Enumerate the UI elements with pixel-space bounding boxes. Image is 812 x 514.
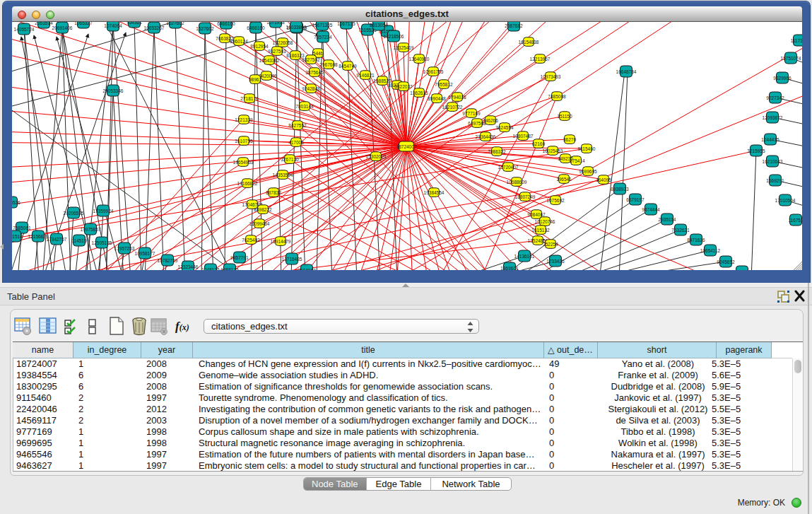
svg-text:16648784: 16648784 bbox=[616, 69, 637, 74]
svg-text:1221339: 1221339 bbox=[235, 117, 253, 122]
svg-text:9245652: 9245652 bbox=[733, 269, 751, 271]
svg-text:8454749: 8454749 bbox=[339, 64, 357, 69]
svg-text:9146821: 9146821 bbox=[356, 73, 375, 78]
svg-text:1244415: 1244415 bbox=[761, 137, 779, 142]
svg-text:15751074: 15751074 bbox=[781, 56, 801, 61]
svg-text:6379197: 6379197 bbox=[626, 197, 645, 202]
svg-text:1988175: 1988175 bbox=[220, 267, 239, 271]
svg-text:1733426: 1733426 bbox=[546, 259, 565, 264]
svg-text:16120746: 16120746 bbox=[535, 219, 555, 224]
svg-text:16914479: 16914479 bbox=[271, 239, 291, 244]
svg-text:19166822: 19166822 bbox=[237, 181, 258, 186]
svg-text:9329966: 9329966 bbox=[773, 76, 792, 81]
svg-text:13716485: 13716485 bbox=[282, 257, 302, 262]
svg-text:17342757: 17342757 bbox=[47, 237, 67, 242]
svg-text:1117304: 1117304 bbox=[791, 38, 802, 43]
svg-text:8427552: 8427552 bbox=[288, 123, 307, 128]
svg-text:3267130: 3267130 bbox=[281, 157, 299, 162]
svg-text:149230: 149230 bbox=[558, 156, 573, 161]
svg-text:1074064: 1074064 bbox=[104, 23, 122, 28]
svg-text:1071918: 1071918 bbox=[266, 22, 285, 25]
svg-text:9327503: 9327503 bbox=[268, 49, 286, 54]
svg-text:3875645: 3875645 bbox=[305, 70, 324, 75]
svg-text:10958177: 10958177 bbox=[135, 251, 155, 256]
svg-text:17010504: 17010504 bbox=[775, 198, 796, 203]
svg-text:15302023: 15302023 bbox=[366, 154, 387, 159]
svg-text:1065327: 1065327 bbox=[74, 22, 93, 25]
svg-text:2104962: 2104962 bbox=[298, 268, 316, 271]
svg-text:954361: 954361 bbox=[126, 22, 142, 25]
svg-text:9777169: 9777169 bbox=[462, 111, 481, 116]
svg-text:2718176: 2718176 bbox=[240, 96, 259, 101]
svg-text:8912954: 8912954 bbox=[250, 44, 269, 49]
svg-text:8990448: 8990448 bbox=[428, 96, 446, 101]
svg-text:17359924: 17359924 bbox=[93, 209, 114, 214]
svg-text:7803144: 7803144 bbox=[295, 104, 314, 109]
svg-text:10961755: 10961755 bbox=[423, 69, 444, 74]
svg-text:1075692: 1075692 bbox=[546, 198, 565, 203]
svg-text:13640910: 13640910 bbox=[409, 57, 430, 62]
svg-text:9699695: 9699695 bbox=[579, 169, 597, 174]
svg-text:16210643: 16210643 bbox=[763, 159, 783, 164]
svg-text:8498222: 8498222 bbox=[254, 207, 272, 212]
svg-text:2967608: 2967608 bbox=[319, 62, 338, 67]
svg-text:36270: 36270 bbox=[563, 137, 576, 142]
svg-text:8813054: 8813054 bbox=[370, 23, 388, 28]
svg-text:13325419: 13325419 bbox=[394, 45, 414, 50]
svg-text:20053346: 20053346 bbox=[103, 88, 124, 93]
svg-text:6466160: 6466160 bbox=[217, 22, 235, 26]
svg-text:9327502: 9327502 bbox=[302, 57, 320, 62]
svg-text:7625402: 7625402 bbox=[242, 238, 260, 243]
svg-text:16671355: 16671355 bbox=[312, 23, 333, 28]
svg-text:7632621: 7632621 bbox=[671, 228, 690, 233]
svg-text:1667135: 1667135 bbox=[337, 22, 355, 26]
svg-text:1869601: 1869601 bbox=[500, 266, 519, 271]
svg-text:14353594: 14353594 bbox=[273, 173, 293, 177]
svg-text:1362615: 1362615 bbox=[410, 90, 428, 95]
svg-text:9242848: 9242848 bbox=[302, 86, 320, 91]
svg-text:1048175: 1048175 bbox=[201, 267, 220, 271]
svg-text:9474444: 9474444 bbox=[642, 207, 660, 212]
svg-text:9227342: 9227342 bbox=[766, 95, 784, 100]
svg-text:6794028: 6794028 bbox=[448, 95, 466, 100]
svg-text:2063514: 2063514 bbox=[35, 22, 53, 25]
svg-text:7986322: 7986322 bbox=[488, 149, 506, 154]
svg-text:391514: 391514 bbox=[12, 234, 23, 239]
svg-text:14136141: 14136141 bbox=[514, 254, 535, 259]
svg-text:10973493: 10973493 bbox=[541, 74, 561, 79]
svg-text:9115460: 9115460 bbox=[578, 146, 596, 151]
svg-text:164095: 164095 bbox=[596, 177, 611, 182]
svg-text:13218506: 13218506 bbox=[384, 34, 404, 39]
svg-text:7485008: 7485008 bbox=[548, 94, 566, 99]
svg-text:1527602: 1527602 bbox=[166, 22, 184, 25]
svg-text:9084067: 9084067 bbox=[527, 212, 546, 217]
svg-text:20206535: 20206535 bbox=[64, 211, 84, 216]
svg-text:5446: 5446 bbox=[313, 51, 324, 56]
svg-text:3624554: 3624554 bbox=[495, 125, 514, 130]
svg-text:10653267: 10653267 bbox=[144, 25, 165, 30]
svg-text:114519: 114519 bbox=[71, 238, 87, 243]
svg-text:2626526: 2626526 bbox=[12, 200, 20, 205]
svg-text:15720407: 15720407 bbox=[498, 165, 519, 170]
svg-text:116753: 116753 bbox=[788, 218, 802, 223]
svg-text:62160: 62160 bbox=[532, 141, 545, 146]
svg-text:18807249: 18807249 bbox=[515, 194, 536, 199]
svg-text:16154838: 16154838 bbox=[519, 40, 539, 45]
svg-text:9245652: 9245652 bbox=[717, 259, 735, 264]
svg-text:14055724: 14055724 bbox=[14, 27, 35, 32]
svg-text:16782759: 16782759 bbox=[158, 258, 178, 263]
svg-text:12093872: 12093872 bbox=[763, 115, 783, 120]
svg-text:19975857: 19975857 bbox=[81, 227, 101, 232]
svg-text:19384554: 19384554 bbox=[424, 190, 445, 195]
svg-text:17957253: 17957253 bbox=[114, 246, 135, 251]
svg-text:151150: 151150 bbox=[557, 114, 572, 119]
svg-text:417006: 417006 bbox=[288, 140, 304, 145]
svg-text:10025453: 10025453 bbox=[543, 148, 563, 153]
svg-text:1610755: 1610755 bbox=[235, 139, 253, 144]
svg-text:252254: 252254 bbox=[543, 242, 558, 247]
svg-text:887832: 887832 bbox=[266, 190, 281, 195]
svg-text:2687682: 2687682 bbox=[505, 23, 523, 28]
svg-text:12213967: 12213967 bbox=[530, 57, 551, 62]
svg-text:1615132: 1615132 bbox=[531, 228, 550, 233]
svg-text:1527602: 1527602 bbox=[196, 26, 214, 31]
